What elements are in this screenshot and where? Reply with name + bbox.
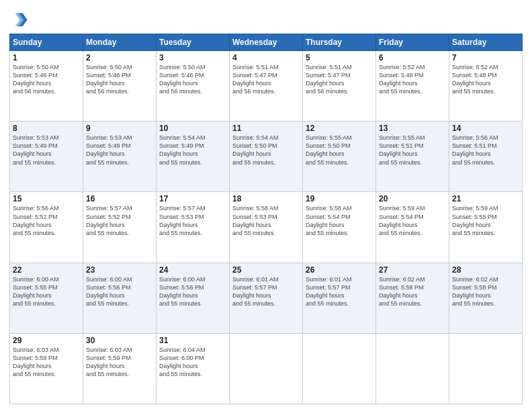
day-number: 7 xyxy=(452,53,519,62)
calendar-cell: 17 Sunrise: 5:57 AMSunset: 5:53 PMDaylig… xyxy=(157,192,230,263)
calendar-cell: 22 Sunrise: 6:00 AMSunset: 5:55 PMDaylig… xyxy=(10,263,83,333)
day-info: Sunrise: 5:57 AMSunset: 5:52 PMDaylight … xyxy=(86,205,132,236)
calendar-cell: 10 Sunrise: 5:54 AMSunset: 5:49 PMDaylig… xyxy=(157,122,230,192)
day-number: 21 xyxy=(452,194,519,203)
day-info: Sunrise: 5:58 AMSunset: 5:54 PMDaylight … xyxy=(306,205,352,236)
calendar-week-3: 15 Sunrise: 5:56 AMSunset: 5:52 PMDaylig… xyxy=(10,192,523,263)
calendar-cell: 28 Sunrise: 6:02 AMSunset: 5:58 PMDaylig… xyxy=(449,263,523,333)
calendar-cell xyxy=(376,333,449,404)
day-number: 9 xyxy=(86,124,153,133)
day-info: Sunrise: 6:00 AMSunset: 5:56 PMDaylight … xyxy=(86,276,132,307)
calendar-cell: 27 Sunrise: 6:02 AMSunset: 5:58 PMDaylig… xyxy=(376,263,449,333)
calendar-header-friday: Friday xyxy=(376,34,449,51)
day-info: Sunrise: 5:56 AMSunset: 5:51 PMDaylight … xyxy=(452,134,498,165)
logo xyxy=(9,9,30,28)
calendar-header-tuesday: Tuesday xyxy=(157,34,230,51)
day-info: Sunrise: 5:50 AMSunset: 5:46 PMDaylight … xyxy=(86,64,132,95)
calendar-week-4: 22 Sunrise: 6:00 AMSunset: 5:55 PMDaylig… xyxy=(10,263,523,333)
day-info: Sunrise: 5:53 AMSunset: 5:49 PMDaylight … xyxy=(13,134,59,165)
day-info: Sunrise: 6:02 AMSunset: 5:58 PMDaylight … xyxy=(379,276,425,307)
day-info: Sunrise: 6:00 AMSunset: 5:55 PMDaylight … xyxy=(13,276,59,307)
day-info: Sunrise: 5:53 AMSunset: 5:49 PMDaylight … xyxy=(86,134,132,165)
calendar-header-thursday: Thursday xyxy=(303,34,376,51)
day-number: 19 xyxy=(306,194,373,203)
day-number: 27 xyxy=(379,265,446,275)
calendar-cell: 1 Sunrise: 5:50 AMSunset: 5:46 PMDayligh… xyxy=(10,51,83,122)
day-number: 30 xyxy=(86,336,153,345)
day-number: 4 xyxy=(232,53,300,62)
day-number: 26 xyxy=(306,265,373,275)
day-info: Sunrise: 6:02 AMSunset: 5:58 PMDaylight … xyxy=(452,276,498,307)
day-number: 12 xyxy=(306,124,373,133)
calendar-week-1: 1 Sunrise: 5:50 AMSunset: 5:46 PMDayligh… xyxy=(10,51,523,122)
day-number: 13 xyxy=(379,124,446,133)
calendar-cell: 11 Sunrise: 5:54 AMSunset: 5:50 PMDaylig… xyxy=(230,122,303,192)
day-number: 28 xyxy=(452,265,519,275)
day-info: Sunrise: 5:52 AMSunset: 5:48 PMDaylight … xyxy=(452,64,498,95)
header xyxy=(9,7,523,28)
calendar-cell: 24 Sunrise: 6:00 AMSunset: 5:56 PMDaylig… xyxy=(157,263,230,333)
day-number: 2 xyxy=(86,53,153,62)
day-number: 5 xyxy=(306,53,373,62)
calendar-table: SundayMondayTuesdayWednesdayThursdayFrid… xyxy=(9,34,523,404)
day-info: Sunrise: 5:57 AMSunset: 5:53 PMDaylight … xyxy=(159,205,206,236)
calendar-cell: 26 Sunrise: 6:01 AMSunset: 5:57 PMDaylig… xyxy=(303,263,376,333)
day-info: Sunrise: 5:55 AMSunset: 5:50 PMDaylight … xyxy=(306,134,352,165)
calendar-cell: 31 Sunrise: 6:04 AMSunset: 6:00 PMDaylig… xyxy=(157,333,230,404)
calendar-cell: 15 Sunrise: 5:56 AMSunset: 5:52 PMDaylig… xyxy=(10,192,83,263)
calendar-cell xyxy=(230,333,303,404)
calendar-header-sunday: Sunday xyxy=(10,34,83,51)
calendar-cell: 25 Sunrise: 6:01 AMSunset: 5:57 PMDaylig… xyxy=(230,263,303,333)
day-info: Sunrise: 5:51 AMSunset: 5:47 PMDaylight … xyxy=(306,64,352,95)
day-info: Sunrise: 6:03 AMSunset: 5:59 PMDaylight … xyxy=(13,347,59,377)
day-info: Sunrise: 5:54 AMSunset: 5:49 PMDaylight … xyxy=(159,134,206,165)
day-info: Sunrise: 5:59 AMSunset: 5:54 PMDaylight … xyxy=(379,205,425,236)
day-info: Sunrise: 5:50 AMSunset: 5:46 PMDaylight … xyxy=(13,64,59,95)
day-number: 16 xyxy=(86,194,153,203)
day-number: 22 xyxy=(13,265,80,275)
calendar-cell: 2 Sunrise: 5:50 AMSunset: 5:46 PMDayligh… xyxy=(83,51,157,122)
day-number: 10 xyxy=(159,124,226,133)
calendar-cell: 8 Sunrise: 5:53 AMSunset: 5:49 PMDayligh… xyxy=(10,122,83,192)
day-info: Sunrise: 5:54 AMSunset: 5:50 PMDaylight … xyxy=(232,134,279,165)
page: SundayMondayTuesdayWednesdayThursdayFrid… xyxy=(0,0,532,411)
calendar-cell: 3 Sunrise: 5:50 AMSunset: 5:46 PMDayligh… xyxy=(157,51,230,122)
logo-icon xyxy=(9,9,28,28)
calendar-cell xyxy=(449,333,523,404)
day-number: 25 xyxy=(232,265,300,275)
day-info: Sunrise: 6:03 AMSunset: 5:59 PMDaylight … xyxy=(86,347,132,377)
calendar-cell: 4 Sunrise: 5:51 AMSunset: 5:47 PMDayligh… xyxy=(230,51,303,122)
calendar-header-saturday: Saturday xyxy=(449,34,523,51)
day-number: 24 xyxy=(159,265,226,275)
calendar-cell: 14 Sunrise: 5:56 AMSunset: 5:51 PMDaylig… xyxy=(449,122,523,192)
day-number: 20 xyxy=(379,194,446,203)
calendar-cell: 6 Sunrise: 5:52 AMSunset: 5:48 PMDayligh… xyxy=(376,51,449,122)
calendar-cell: 16 Sunrise: 5:57 AMSunset: 5:52 PMDaylig… xyxy=(83,192,157,263)
day-info: Sunrise: 5:50 AMSunset: 5:46 PMDaylight … xyxy=(159,64,206,95)
calendar-week-5: 29 Sunrise: 6:03 AMSunset: 5:59 PMDaylig… xyxy=(10,333,523,404)
calendar-cell: 23 Sunrise: 6:00 AMSunset: 5:56 PMDaylig… xyxy=(83,263,157,333)
day-number: 1 xyxy=(13,53,80,62)
day-number: 6 xyxy=(379,53,446,62)
day-info: Sunrise: 5:58 AMSunset: 5:53 PMDaylight … xyxy=(232,205,279,236)
calendar-header-row: SundayMondayTuesdayWednesdayThursdayFrid… xyxy=(10,34,523,51)
day-info: Sunrise: 5:56 AMSunset: 5:52 PMDaylight … xyxy=(13,205,59,236)
calendar-header-wednesday: Wednesday xyxy=(230,34,303,51)
day-info: Sunrise: 5:55 AMSunset: 5:51 PMDaylight … xyxy=(379,134,425,165)
day-number: 11 xyxy=(232,124,300,133)
day-info: Sunrise: 6:04 AMSunset: 6:00 PMDaylight … xyxy=(159,347,206,377)
calendar-header-monday: Monday xyxy=(83,34,157,51)
calendar-cell: 12 Sunrise: 5:55 AMSunset: 5:50 PMDaylig… xyxy=(303,122,376,192)
day-info: Sunrise: 6:01 AMSunset: 5:57 PMDaylight … xyxy=(232,276,279,307)
day-number: 15 xyxy=(13,194,80,203)
day-info: Sunrise: 5:51 AMSunset: 5:47 PMDaylight … xyxy=(232,64,279,95)
day-number: 14 xyxy=(452,124,519,133)
day-number: 17 xyxy=(159,194,226,203)
day-number: 29 xyxy=(13,336,80,345)
day-number: 23 xyxy=(86,265,153,275)
calendar-week-2: 8 Sunrise: 5:53 AMSunset: 5:49 PMDayligh… xyxy=(10,122,523,192)
day-info: Sunrise: 6:00 AMSunset: 5:56 PMDaylight … xyxy=(159,276,206,307)
calendar-cell: 5 Sunrise: 5:51 AMSunset: 5:47 PMDayligh… xyxy=(303,51,376,122)
day-info: Sunrise: 6:01 AMSunset: 5:57 PMDaylight … xyxy=(306,276,352,307)
calendar-cell: 7 Sunrise: 5:52 AMSunset: 5:48 PMDayligh… xyxy=(449,51,523,122)
